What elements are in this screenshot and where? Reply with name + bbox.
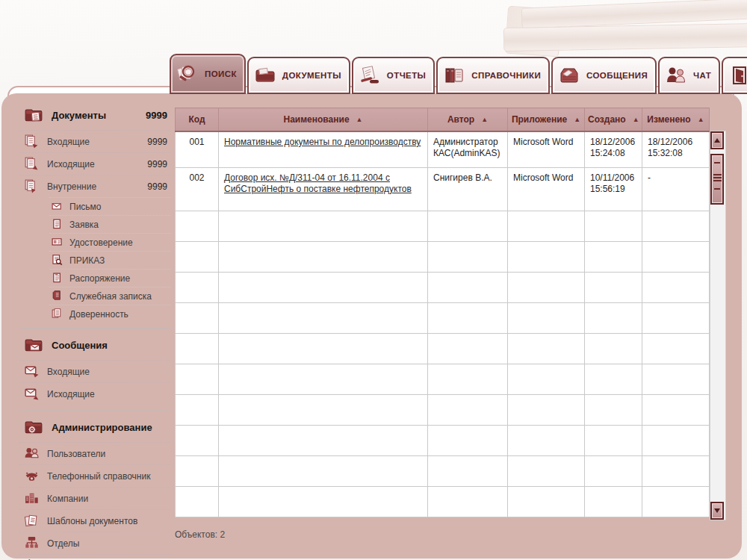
tab-chat[interactable]: ЧАТ: [658, 57, 720, 94]
sidebar-item-msg-incoming[interactable]: Входящие: [19, 360, 170, 382]
document-link[interactable]: Нормативные документы по делопроизводств…: [224, 137, 421, 147]
sidebar-item-label: Распоряжение: [69, 273, 130, 284]
sidebar-item-msg-outgoing[interactable]: Исходящие: [19, 382, 170, 405]
id-card-icon: [51, 236, 63, 249]
cell-empty: [642, 211, 710, 241]
sidebar-item-docs-incoming[interactable]: Входящие9999: [19, 130, 170, 152]
sidebar-item-request[interactable]: Заявка: [49, 215, 170, 233]
cell-empty: [642, 425, 710, 455]
sidebar-item-directive[interactable]: Распоряжение: [49, 269, 170, 287]
cell-author: Администратор КАС(AdminKAS): [428, 131, 508, 167]
cell-empty: [508, 272, 585, 302]
cell-empty: [508, 241, 585, 272]
results-table-wrap: КодНаименование▲Автор▲Приложение▲Создано…: [175, 108, 710, 517]
scroll-thumb-grip-icon: [714, 188, 720, 191]
column-header-author[interactable]: Автор▲: [428, 108, 508, 132]
sidebar-item-poa[interactable]: Доверенность: [49, 305, 170, 323]
cell-empty: [508, 302, 585, 333]
table-row-empty: [176, 486, 710, 517]
scroll-thumb-grip-icon: [714, 162, 720, 165]
column-header-created[interactable]: Создано▲: [585, 108, 642, 132]
sidebar-section-count: 9999: [146, 110, 167, 121]
sidebar-item-settings[interactable]: Настройки: [19, 554, 170, 560]
document-link[interactable]: Договор исх. №Д/311-04 от 16.11.2004 с С…: [224, 172, 412, 194]
cell-created: 10/11/2006 15:56:19: [585, 167, 642, 211]
sidebar-item-docs-outgoing[interactable]: Исходящие9999: [19, 152, 170, 175]
table-row-empty: [176, 455, 710, 486]
cell-empty: [585, 302, 642, 333]
scroll-up-button[interactable]: [710, 131, 724, 149]
sidebar-item-phonebook[interactable]: Телефонный справочник: [19, 464, 170, 487]
sidebar-section-administration[interactable]: Администрирование: [19, 411, 170, 442]
cell-code: 002: [176, 167, 219, 211]
scrollbar-thumb[interactable]: [710, 154, 724, 205]
cell-empty: [508, 455, 585, 486]
sidebar-item-companies[interactable]: Компании: [19, 487, 170, 509]
tab-documents[interactable]: ДОКУМЕНТЫ: [247, 57, 350, 94]
table-row: 001Нормативные документы по делопроизвод…: [176, 131, 710, 167]
cell-empty: [585, 333, 642, 364]
cell-empty: [642, 241, 710, 272]
cell-empty: [219, 211, 428, 241]
sidebar-item-certificate[interactable]: Удостоверение: [49, 233, 170, 251]
sidebar-item-order[interactable]: ПРИКАЗ: [49, 251, 170, 269]
tab-reports[interactable]: ОТЧЕТЫ: [352, 57, 435, 94]
cell-empty: [219, 302, 428, 333]
column-header-code[interactable]: Код: [176, 108, 219, 132]
cell-empty: [219, 272, 428, 302]
sidebar-item-departments[interactable]: Отделы: [19, 532, 170, 554]
doc-lines2-icon: [51, 272, 63, 284]
cell-empty: [176, 486, 219, 517]
scroll-down-button[interactable]: [710, 502, 724, 520]
table-vertical-scrollbar[interactable]: [710, 131, 726, 520]
cell-empty: [585, 272, 642, 302]
table-row-empty: [176, 241, 710, 272]
sidebar-section-title: Документы: [52, 110, 137, 121]
sidebar-item-count: 9999: [147, 181, 167, 192]
sidebar-item-docs-internal[interactable]: Внутренние9999: [19, 175, 170, 197]
cell-empty: [585, 425, 642, 455]
phone-icon: [24, 468, 40, 484]
cell-empty: [428, 364, 508, 394]
sidebar-item-memo[interactable]: Служебная записка: [49, 287, 170, 305]
doc-internal-icon: [24, 178, 40, 194]
tab-label: СПРАВОЧНИКИ: [471, 71, 541, 80]
sidebar-item-label: Пользователи: [47, 449, 105, 459]
doc-incoming-icon: [24, 134, 40, 149]
cell-author: Снигирев В.А.: [428, 167, 508, 211]
tab-exit[interactable]: ВЫХОД: [722, 57, 747, 94]
cell-empty: [585, 394, 642, 425]
tab-search[interactable]: ПОИСК: [170, 54, 246, 94]
sidebar-item-label: Служебная записка: [69, 291, 152, 302]
cell-empty: [176, 241, 219, 272]
cell-empty: [176, 455, 219, 486]
cell-empty: [642, 486, 710, 517]
messages-icon: [558, 64, 580, 87]
sidebar-item-count: 9999: [147, 159, 167, 169]
cell-modified: 18/12/2006 15:32:08: [642, 131, 710, 167]
sidebar-item-letter[interactable]: Письмо: [49, 197, 170, 215]
tab-messages[interactable]: СООБЩЕНИЯ: [551, 57, 657, 94]
sidebar-item-label: ПРИКАЗ: [69, 255, 105, 266]
cell-empty: [219, 364, 428, 394]
tab-references[interactable]: СПРАВОЧНИКИ: [436, 57, 550, 94]
sidebar-item-templates[interactable]: Шаблоны документов: [19, 509, 170, 532]
sidebar-item-label: Компании: [47, 494, 88, 504]
cell-name: Договор исх. №Д/311-04 от 16.11.2004 с С…: [219, 167, 428, 211]
column-header-name[interactable]: Наименование▲: [219, 108, 428, 132]
sort-ascending-icon: ▲: [574, 116, 580, 123]
mail-incoming-icon: [24, 364, 40, 379]
cell-empty: [176, 425, 219, 455]
tab-label: ОТЧЕТЫ: [387, 71, 426, 80]
sidebar-navigation: Документы9999Входящие9999Исходящие9999Вн…: [19, 99, 170, 560]
sidebar-item-label: Отделы: [47, 538, 79, 549]
cell-empty: [219, 425, 428, 455]
column-header-attachment[interactable]: Приложение▲: [508, 108, 585, 132]
cell-empty: [508, 211, 585, 241]
sidebar-item-users[interactable]: Пользователи: [19, 442, 170, 464]
table-row-empty: [176, 425, 710, 455]
table-row: 002Договор исх. №Д/311-04 от 16.11.2004 …: [176, 167, 710, 211]
sidebar-section-messages[interactable]: Сообщения: [19, 329, 170, 360]
sidebar-section-documents[interactable]: Документы9999: [19, 99, 170, 130]
column-header-modified[interactable]: Изменено▲: [642, 108, 710, 132]
